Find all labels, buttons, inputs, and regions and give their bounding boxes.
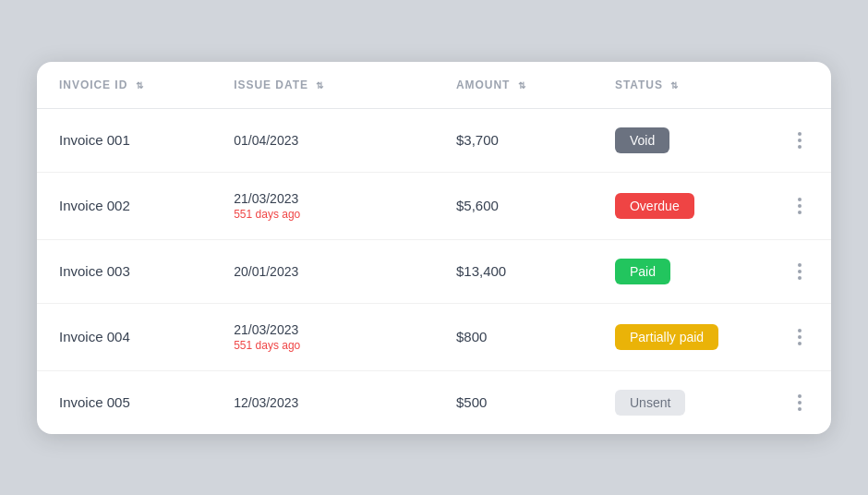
cell-amount-4: $500 xyxy=(434,370,593,434)
status-badge-void: Void xyxy=(615,127,669,153)
sort-icon-amount: ⇅ xyxy=(518,80,526,91)
cell-date-4: 12/03/2023 xyxy=(211,370,434,434)
status-badge-paid: Paid xyxy=(615,259,670,284)
row-actions-button-4[interactable] xyxy=(794,391,805,415)
cell-amount-1: $5,600 xyxy=(434,172,593,239)
cell-actions-1 xyxy=(767,172,831,239)
dot-1 xyxy=(798,132,802,136)
cell-invoice-id-1: Invoice 002 xyxy=(37,172,211,239)
cell-status-0: Void xyxy=(593,108,767,172)
row-actions-button-2[interactable] xyxy=(794,260,805,284)
cell-actions-3 xyxy=(767,303,831,370)
invoice-table: INVOICE ID ⇅ ISSUE DATE ⇅ AMOUNT ⇅ STATU… xyxy=(37,62,831,434)
cell-invoice-id-2: Invoice 003 xyxy=(37,239,211,303)
cell-amount-0: $3,700 xyxy=(434,108,593,172)
table-header-row: INVOICE ID ⇅ ISSUE DATE ⇅ AMOUNT ⇅ STATU… xyxy=(37,62,831,109)
status-badge-overdue: Overdue xyxy=(615,193,694,219)
col-header-invoice-id[interactable]: INVOICE ID ⇅ xyxy=(37,62,211,109)
dot-2 xyxy=(798,204,802,208)
cell-actions-0 xyxy=(767,108,831,172)
dot-2 xyxy=(798,139,802,142)
cell-amount-2: $13,400 xyxy=(434,239,593,303)
col-header-issue-date[interactable]: ISSUE DATE ⇅ xyxy=(211,62,434,109)
cell-invoice-id-0: Invoice 001 xyxy=(37,108,211,172)
cell-invoice-id-3: Invoice 004 xyxy=(37,303,211,370)
dot-2 xyxy=(798,401,802,404)
cell-actions-4 xyxy=(767,370,831,434)
cell-status-3: Partially paid xyxy=(593,303,767,370)
dot-1 xyxy=(798,394,802,398)
dot-3 xyxy=(798,145,802,149)
col-header-actions xyxy=(767,62,831,109)
status-badge-partially-paid: Partially paid xyxy=(615,324,718,350)
dot-3 xyxy=(798,211,802,214)
dot-2 xyxy=(798,335,802,339)
dot-2 xyxy=(798,270,802,273)
sort-icon-status: ⇅ xyxy=(670,80,679,91)
row-actions-button-0[interactable] xyxy=(794,128,805,152)
sort-icon-invoice: ⇅ xyxy=(136,80,144,91)
cell-actions-2 xyxy=(767,239,831,303)
cell-date-2: 20/01/2023 xyxy=(211,239,434,303)
cell-date-3: 21/03/2023 551 days ago xyxy=(211,303,434,370)
cell-date-0: 01/04/2023 xyxy=(211,108,434,172)
cell-date-1: 21/03/2023 551 days ago xyxy=(211,172,434,239)
cell-amount-3: $800 xyxy=(434,303,593,370)
cell-status-2: Paid xyxy=(593,239,767,303)
dot-3 xyxy=(798,407,802,411)
table-row: Invoice 001 01/04/2023 $3,700 Void xyxy=(37,108,831,172)
cell-invoice-id-4: Invoice 005 xyxy=(37,370,211,434)
row-actions-button-3[interactable] xyxy=(794,325,805,349)
row-actions-button-1[interactable] xyxy=(794,194,805,218)
sort-icon-date: ⇅ xyxy=(316,80,324,91)
table-row: Invoice 005 12/03/2023 $500 Unsent xyxy=(37,370,831,434)
cell-status-4: Unsent xyxy=(593,370,767,434)
dot-3 xyxy=(798,342,802,345)
dot-1 xyxy=(798,263,802,267)
table-row: Invoice 003 20/01/2023 $13,400 Paid xyxy=(37,239,831,303)
dot-1 xyxy=(798,198,802,201)
dot-1 xyxy=(798,329,802,332)
col-header-status[interactable]: STATUS ⇅ xyxy=(593,62,767,109)
status-badge-unsent: Unsent xyxy=(615,390,685,416)
dot-3 xyxy=(798,276,802,280)
cell-status-1: Overdue xyxy=(593,172,767,239)
table-row: Invoice 004 21/03/2023 551 days ago $800… xyxy=(37,303,831,370)
col-header-amount[interactable]: AMOUNT ⇅ xyxy=(434,62,593,109)
table-row: Invoice 002 21/03/2023 551 days ago $5,6… xyxy=(37,172,831,239)
invoice-table-card: INVOICE ID ⇅ ISSUE DATE ⇅ AMOUNT ⇅ STATU… xyxy=(37,62,831,434)
